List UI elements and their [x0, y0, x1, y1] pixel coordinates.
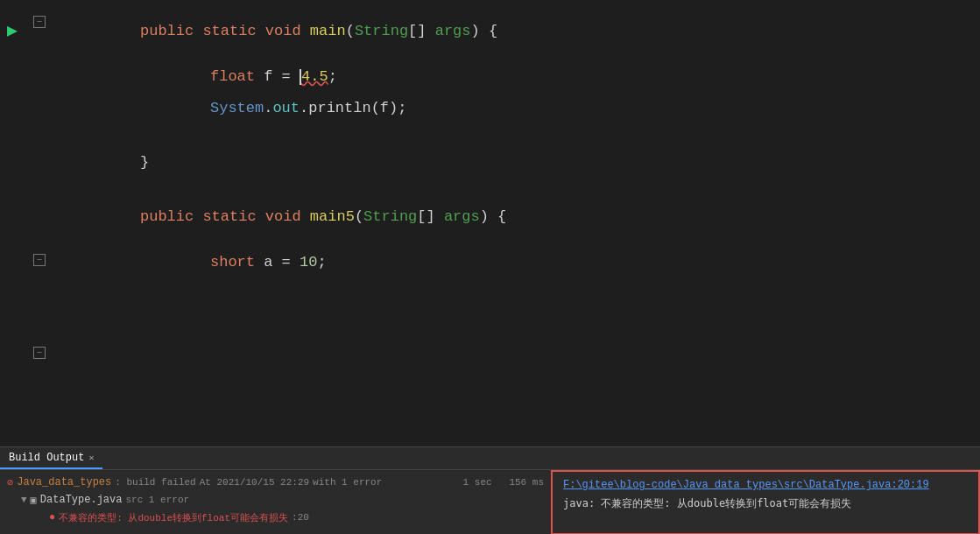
build-project-name: Java_data_types: [17, 476, 111, 488]
keyword-void-2: void: [265, 204, 310, 231]
code-line-brace1: }: [70, 149, 962, 177]
method-main5: main5: [310, 204, 355, 231]
error-line: :20: [292, 512, 309, 523]
array-bracket: []: [408, 18, 435, 46]
field-out: out: [272, 95, 300, 123]
paren-close-2: ) {: [480, 204, 507, 231]
fold-icon-1[interactable]: −: [33, 16, 46, 28]
error-detail-panel: F:\gitee\blog-code\Java_data_types\src\D…: [551, 470, 980, 534]
code-line-empty-2: [70, 123, 962, 149]
keyword-static: static: [202, 18, 264, 46]
keyword-static-2: static: [202, 204, 264, 231]
array-bracket-2: []: [417, 204, 444, 231]
error-detail-message: java: 不兼容的类型: 从double转换到float可能会有损失: [563, 496, 968, 511]
build-log: ⊘ Java_data_types : build failed At 2021…: [0, 470, 551, 534]
class-system: System: [210, 95, 264, 123]
build-status: : build failed: [115, 477, 195, 488]
file-row: ▼ ▣ DataType.java src 1 error: [21, 491, 544, 509]
literal-45: 4.5: [301, 64, 328, 91]
var-a: a =: [264, 249, 300, 277]
build-entry-row: ⊘ Java_data_types : build failed At 2021…: [7, 474, 544, 491]
type-string-2: String: [363, 204, 417, 231]
build-duration: 1 sec 156 ms: [463, 477, 544, 488]
close-brace-1: }: [140, 150, 149, 177]
tab-build-output-label: Build Output: [9, 452, 84, 464]
method-main: main: [310, 18, 346, 46]
code-line-empty-4: [70, 231, 962, 249]
error-icon: ●: [49, 511, 55, 523]
code-line-println: System . out .println(f);: [70, 95, 962, 123]
keyword-void: void: [265, 18, 310, 46]
code-line-1: public static void main ( String [] args…: [70, 18, 962, 46]
semicolon-2: ;: [317, 249, 326, 277]
error-file-path: F:\gitee\blog-code\Java_data_types\src\D…: [563, 479, 891, 491]
file-icon: ▣: [31, 494, 37, 507]
build-errors-count: with 1 error: [313, 477, 382, 488]
var-f: f =: [264, 64, 300, 91]
dot-1: .: [264, 95, 272, 123]
type-string: String: [355, 18, 408, 46]
build-time-label: At 2021/10/15 22:29: [200, 477, 309, 488]
file-name: DataType.java: [40, 494, 123, 506]
code-line-main5: public static void main5 ( String [] arg…: [70, 203, 962, 231]
fold-icon-2[interactable]: −: [33, 254, 46, 266]
fold-icon-3[interactable]: −: [33, 347, 46, 359]
error-row[interactable]: ● 不兼容的类型: 从double转换到float可能会有损失 :20: [49, 509, 544, 526]
gutter: ▶ − − −: [0, 0, 53, 446]
keyword-public: public: [140, 18, 202, 46]
code-content: public static void main ( String [] args…: [53, 0, 980, 285]
panel-content: ⊘ Java_data_types : build failed At 2021…: [0, 470, 980, 534]
keyword-public-2: public: [140, 204, 202, 231]
build-error-icon: ⊘: [7, 476, 13, 489]
panel-tabs: Build Output ✕: [0, 447, 980, 470]
error-message: 不兼容的类型: 从double转换到float可能会有损失: [59, 511, 288, 524]
tab-build-output[interactable]: Build Output ✕: [0, 447, 102, 469]
file-src: src 1 error: [125, 495, 189, 505]
code-line-empty-1: [70, 46, 962, 63]
code-line-empty-3: [70, 177, 962, 203]
expand-icon[interactable]: ▼: [21, 495, 27, 505]
keyword-short: short: [210, 249, 264, 277]
literal-10: 10: [300, 249, 317, 277]
paren-close: ) {: [471, 18, 498, 46]
error-line-col: 20:19: [898, 479, 929, 491]
param-args-2: args: [444, 204, 480, 231]
code-line-short: short a = 10 ;: [70, 249, 962, 277]
param-args: args: [435, 18, 471, 46]
error-file-link[interactable]: F:\gitee\blog-code\Java_data_types\src\D…: [563, 479, 929, 491]
run-icon[interactable]: ▶: [7, 19, 18, 41]
semicolon-1: ;: [328, 64, 337, 91]
tab-close-icon[interactable]: ✕: [88, 453, 94, 463]
bottom-panel: Build Output ✕ ⊘ Java_data_types : build…: [0, 446, 980, 534]
code-editor[interactable]: ▶ − − − public static void main ( String…: [0, 0, 980, 446]
paren-open-2: (: [355, 204, 363, 231]
error-file-row: F:\gitee\blog-code\Java_data_types\src\D…: [563, 479, 968, 491]
code-line-float: float f = 4.5 ;: [70, 63, 962, 91]
println-call: .println(f);: [300, 95, 406, 123]
keyword-float: float: [210, 64, 264, 91]
paren-open: (: [346, 18, 355, 46]
